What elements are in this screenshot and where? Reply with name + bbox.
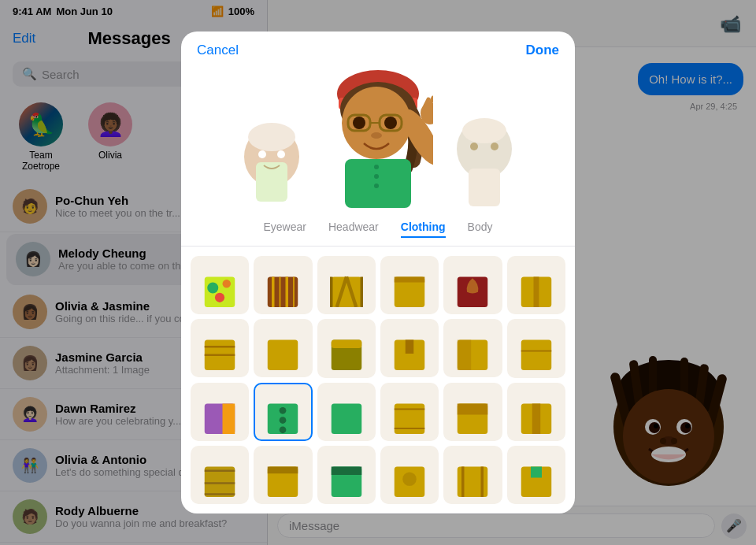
svg-point-31 (353, 117, 365, 129)
clothing-item-13[interactable] (191, 383, 249, 441)
svg-rect-92 (532, 403, 541, 434)
svg-point-42 (374, 184, 379, 188)
svg-point-40 (374, 165, 379, 169)
clothing-item-6[interactable] (507, 256, 565, 314)
svg-point-50 (223, 280, 232, 288)
clothing-item-2[interactable] (254, 256, 312, 314)
svg-rect-98 (268, 467, 298, 474)
memoji-center (323, 66, 433, 208)
clothing-item-5[interactable] (443, 256, 502, 314)
svg-rect-86 (395, 403, 425, 434)
clothing-grid (181, 247, 575, 513)
done-button[interactable]: Done (526, 43, 560, 58)
svg-point-84 (280, 426, 287, 433)
svg-rect-90 (458, 403, 488, 414)
clothing-item-4[interactable] (380, 256, 439, 314)
svg-rect-100 (332, 467, 362, 476)
clothing-item-9[interactable] (317, 319, 376, 377)
category-tabs: Eyewear Headwear Clothing Body (181, 216, 575, 247)
svg-point-83 (280, 417, 287, 424)
svg-point-51 (215, 293, 224, 302)
svg-point-82 (280, 407, 287, 414)
tab-eyewear[interactable]: Eyewear (264, 221, 306, 238)
svg-rect-66 (533, 276, 539, 307)
modal-overlay: Cancel Done (0, 0, 756, 545)
clothing-item-1[interactable] (191, 256, 249, 314)
clothing-item-3[interactable] (317, 256, 376, 314)
clothing-item-19[interactable] (191, 446, 249, 504)
svg-rect-77 (521, 340, 552, 371)
clothing-item-21[interactable] (317, 446, 376, 504)
clothing-item-14[interactable] (254, 383, 312, 441)
clothing-item-12[interactable] (507, 319, 565, 377)
modal-header: Cancel Done (181, 32, 575, 58)
svg-point-23 (277, 150, 285, 158)
svg-rect-107 (531, 467, 542, 478)
clothing-item-10[interactable] (380, 319, 439, 377)
memoji-right (449, 113, 520, 208)
svg-point-22 (258, 150, 266, 158)
svg-rect-72 (332, 340, 362, 349)
clothing-item-7[interactable] (191, 319, 249, 377)
cancel-button[interactable]: Cancel (197, 43, 239, 58)
tab-clothing[interactable]: Clothing (401, 221, 446, 238)
svg-rect-85 (332, 403, 362, 434)
svg-point-44 (462, 118, 506, 143)
svg-rect-48 (205, 276, 235, 307)
clothing-item-11[interactable] (443, 319, 502, 377)
svg-point-20 (248, 123, 295, 151)
clothing-item-16[interactable] (380, 383, 439, 441)
svg-rect-74 (406, 340, 414, 354)
clothing-item-23[interactable] (443, 446, 502, 504)
svg-point-102 (402, 473, 417, 487)
clothing-item-20[interactable] (254, 446, 312, 504)
svg-point-46 (470, 143, 478, 150)
clothing-item-17[interactable] (443, 383, 502, 441)
tab-headwear[interactable]: Headwear (328, 221, 379, 238)
svg-rect-45 (469, 169, 500, 206)
svg-point-32 (384, 117, 397, 129)
svg-rect-63 (395, 276, 425, 282)
clothing-item-8[interactable] (254, 319, 312, 377)
clothing-item-22[interactable] (380, 446, 439, 504)
clothing-item-18[interactable] (507, 383, 565, 441)
memoji-editor-modal: Cancel Done (181, 32, 575, 513)
memoji-left (236, 113, 307, 208)
clothing-item-15[interactable] (317, 383, 376, 441)
svg-rect-76 (458, 340, 472, 371)
memoji-preview-row (181, 58, 575, 216)
svg-rect-80 (223, 403, 235, 434)
tab-body[interactable]: Body (468, 221, 493, 238)
svg-point-41 (374, 174, 379, 179)
svg-point-49 (207, 282, 218, 293)
svg-point-47 (491, 143, 498, 150)
clothing-item-24[interactable] (507, 446, 565, 504)
svg-point-33 (371, 132, 382, 139)
svg-rect-70 (268, 340, 298, 371)
